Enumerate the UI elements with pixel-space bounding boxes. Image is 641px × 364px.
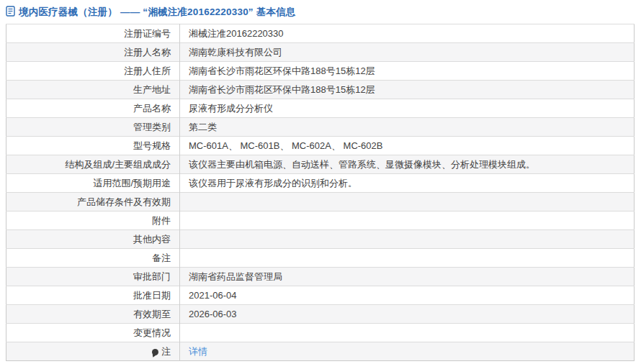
row-label-text: 变更情况 bbox=[133, 327, 171, 338]
row-label: 备注 bbox=[6, 249, 180, 268]
table-row: 其他内容 bbox=[6, 230, 635, 249]
row-label: 有效期至 bbox=[6, 305, 180, 324]
table-row: 注册人名称湖南乾康科技有限公司 bbox=[6, 43, 635, 62]
table-row: 审批部门湖南省药品监督管理局 bbox=[6, 268, 635, 286]
table-row: 注册人住所湖南省长沙市雨花区环保中路188号15栋12层 bbox=[6, 62, 635, 81]
row-label: 生产地址 bbox=[6, 81, 180, 99]
row-label-text: 注册人名称 bbox=[124, 47, 171, 58]
row-label-text: 其他内容 bbox=[133, 234, 171, 245]
row-value: 详情 bbox=[180, 342, 635, 361]
row-value: 2026-06-03 bbox=[180, 305, 635, 324]
row-label: 附件 bbox=[6, 211, 180, 230]
table-row: 批准日期2021-06-04 bbox=[6, 286, 635, 305]
row-label-text: 备注 bbox=[152, 252, 171, 263]
table-row: 生产地址湖南省长沙市雨花区环保中路188号15栋12层 bbox=[6, 81, 635, 99]
row-label: 注 bbox=[6, 342, 180, 361]
document-icon bbox=[6, 6, 15, 19]
row-value: 2021-06-04 bbox=[180, 286, 635, 305]
table-row: 附件 bbox=[6, 211, 635, 230]
row-label-text: 产品储存条件及有效期 bbox=[77, 196, 171, 207]
row-label-text: 注册证编号 bbox=[124, 28, 171, 39]
row-label-text: 注 bbox=[161, 346, 171, 357]
row-label: 审批部门 bbox=[6, 268, 180, 286]
row-label-text: 型号规格 bbox=[133, 140, 171, 151]
row-label-text: 注册人住所 bbox=[124, 65, 171, 76]
row-label: 产品名称 bbox=[6, 99, 180, 118]
table-row: 变更情况 bbox=[6, 324, 635, 342]
row-label: 批准日期 bbox=[6, 286, 180, 305]
row-label: 注册人名称 bbox=[6, 43, 180, 62]
table-row: 产品储存条件及有效期 bbox=[6, 193, 635, 211]
page-title: 境内医疗器械（注册） —— “湘械注准20162220330” 基本信息 bbox=[19, 6, 296, 19]
table-row: 适用范围/预期用途该仪器用于尿液有形成分的识别和分析。 bbox=[6, 174, 635, 193]
table-row: 结构及组成/主要组成成分该仪器主要由机箱电源、自动送样、管路系统、显微摄像模块、… bbox=[6, 155, 635, 174]
page-header: 境内医疗器械（注册） —— “湘械注准20162220330” 基本信息 bbox=[0, 0, 641, 24]
row-label: 注册人住所 bbox=[6, 62, 180, 81]
row-value bbox=[180, 230, 635, 249]
table-row: 型号规格MC-601A、 MC-601B、 MC-602A、 MC-602B bbox=[6, 137, 635, 155]
row-label: 型号规格 bbox=[6, 137, 180, 155]
info-table-body: 注册证编号湘械注准20162220330注册人名称湖南乾康科技有限公司注册人住所… bbox=[6, 24, 635, 361]
row-label-text: 产品名称 bbox=[133, 103, 171, 114]
row-label: 适用范围/预期用途 bbox=[6, 174, 180, 193]
row-value: 该仪器用于尿液有形成分的识别和分析。 bbox=[180, 174, 635, 193]
row-label-text: 批准日期 bbox=[133, 290, 171, 301]
row-label-text: 结构及组成/主要组成成分 bbox=[65, 159, 171, 170]
row-label: 其他内容 bbox=[6, 230, 180, 249]
row-label-text: 管理类别 bbox=[133, 122, 171, 132]
row-value: 湖南省长沙市雨花区环保中路188号15栋12层 bbox=[180, 62, 635, 81]
table-row: 注详情 bbox=[6, 342, 635, 361]
row-value: 该仪器主要由机箱电源、自动送样、管路系统、显微摄像模块、分析处理模块组成。 bbox=[180, 155, 635, 174]
row-label: 注册证编号 bbox=[6, 24, 180, 43]
row-value bbox=[180, 193, 635, 211]
row-value: 第二类 bbox=[180, 118, 635, 137]
row-label: 变更情况 bbox=[6, 324, 180, 342]
table-row: 有效期至2026-06-03 bbox=[6, 305, 635, 324]
row-value: 湖南省药品监督管理局 bbox=[180, 268, 635, 286]
row-value bbox=[180, 324, 635, 342]
details-link[interactable]: 详情 bbox=[189, 346, 207, 357]
row-value: 尿液有形成分分析仪 bbox=[180, 99, 635, 118]
row-value: 湖南省长沙市雨花区环保中路188号15栋12层 bbox=[180, 81, 635, 99]
row-label-text: 生产地址 bbox=[133, 84, 171, 95]
table-row: 注册证编号湘械注准20162220330 bbox=[6, 24, 635, 43]
row-label: 管理类别 bbox=[6, 118, 180, 137]
row-label-text: 有效期至 bbox=[133, 309, 171, 319]
note-balloon-icon bbox=[152, 349, 158, 355]
row-label: 产品储存条件及有效期 bbox=[6, 193, 180, 211]
row-value: MC-601A、 MC-601B、 MC-602A、 MC-602B bbox=[180, 137, 635, 155]
row-value bbox=[180, 249, 635, 268]
row-value bbox=[180, 211, 635, 230]
row-value: 湖南乾康科技有限公司 bbox=[180, 43, 635, 62]
row-label-text: 附件 bbox=[152, 215, 171, 226]
table-row: 管理类别第二类 bbox=[6, 118, 635, 137]
row-label-text: 审批部门 bbox=[133, 271, 171, 282]
table-row: 备注 bbox=[6, 249, 635, 268]
row-label-text: 适用范围/预期用途 bbox=[93, 178, 171, 188]
registration-info-table: 注册证编号湘械注准20162220330注册人名称湖南乾康科技有限公司注册人住所… bbox=[6, 24, 635, 361]
row-label: 结构及组成/主要组成成分 bbox=[6, 155, 180, 174]
row-value: 湘械注准20162220330 bbox=[180, 24, 635, 43]
table-row: 产品名称尿液有形成分分析仪 bbox=[6, 99, 635, 118]
